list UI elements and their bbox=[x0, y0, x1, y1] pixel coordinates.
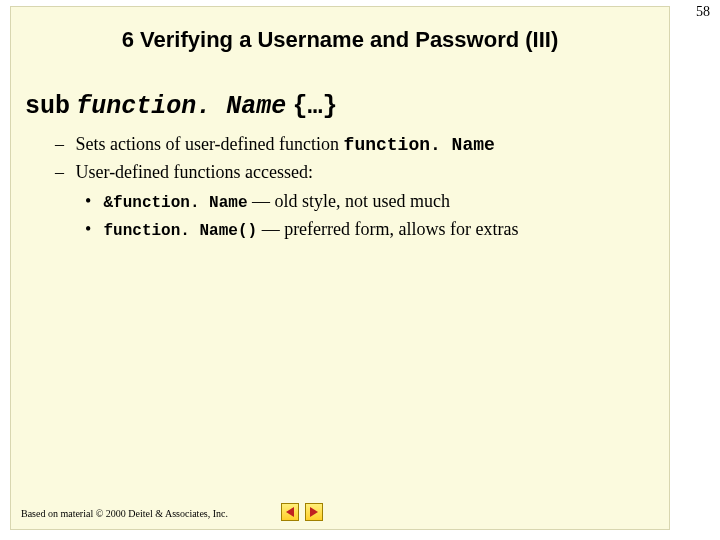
code-heading: sub function. Name {…} bbox=[25, 91, 655, 121]
bullet-level2: • &function. Name — old style, not used … bbox=[25, 188, 655, 244]
prev-button[interactable] bbox=[281, 503, 299, 521]
footer-text: Based on material © 2000 Deitel & Associ… bbox=[21, 508, 228, 519]
slide-title: 6 Verifying a Username and Password (III… bbox=[11, 27, 669, 53]
arrow-left-icon bbox=[286, 507, 294, 517]
dash-icon: – bbox=[55, 159, 71, 186]
slide-body: 6 Verifying a Username and Password (III… bbox=[10, 6, 670, 530]
subbullet-1-text: — old style, not used much bbox=[252, 191, 450, 211]
bullet-1-code: function. Name bbox=[344, 135, 495, 155]
subbullet-2: • function. Name() — preferred form, all… bbox=[85, 216, 655, 244]
dash-icon: – bbox=[55, 131, 71, 158]
subbullet-2-text: — preferred form, allows for extras bbox=[262, 219, 519, 239]
next-button[interactable] bbox=[305, 503, 323, 521]
page-number: 58 bbox=[696, 4, 710, 20]
arrow-right-icon bbox=[310, 507, 318, 517]
bullet-1: – Sets actions of user-defined function … bbox=[55, 131, 655, 159]
function-name: function. Name bbox=[76, 92, 286, 121]
slide-content: sub function. Name {…} – Sets actions of… bbox=[11, 91, 669, 244]
bullet-1-text: Sets actions of user-defined function bbox=[76, 134, 344, 154]
keyword-sub: sub bbox=[25, 92, 70, 121]
subbullet-1-code: &function. Name bbox=[104, 194, 248, 212]
braces: {…} bbox=[293, 92, 338, 121]
nav-buttons bbox=[281, 503, 323, 521]
bullet-level1: – Sets actions of user-defined function … bbox=[25, 131, 655, 186]
bullet-2-text: User-defined functions accessed: bbox=[76, 162, 314, 182]
dot-icon: • bbox=[85, 188, 99, 216]
footer: Based on material © 2000 Deitel & Associ… bbox=[21, 508, 659, 519]
dot-icon: • bbox=[85, 216, 99, 244]
subbullet-2-code: function. Name() bbox=[104, 222, 258, 240]
subbullet-1: • &function. Name — old style, not used … bbox=[85, 188, 655, 216]
bullet-2: – User-defined functions accessed: bbox=[55, 159, 655, 186]
